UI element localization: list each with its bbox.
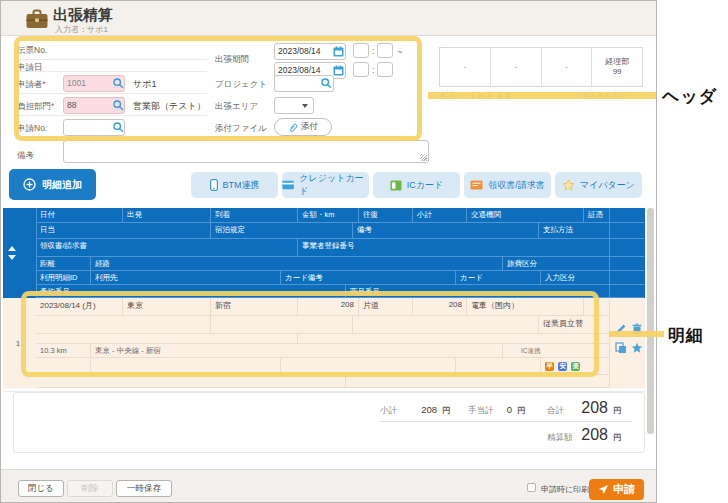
add-detail-button[interactable]: 明細追加 <box>9 169 96 200</box>
row-star-icon[interactable] <box>631 342 643 354</box>
department-name: 営業部（テスト） <box>133 100 206 113</box>
approval-route-link[interactable]: 承認ルート確認 <box>439 91 492 101</box>
calendar-icon[interactable] <box>333 46 344 57</box>
header-cell: 到着 <box>211 208 298 223</box>
search-icon[interactable] <box>113 122 124 133</box>
table-scrollbar[interactable] <box>647 208 654 434</box>
cell-amount: 208 <box>298 298 359 316</box>
header-cell: 距離 <box>36 257 91 271</box>
header-cell: 交通機関 <box>467 208 584 223</box>
header-cell: 予約番号 <box>36 285 346 298</box>
search-icon[interactable] <box>321 78 332 89</box>
my-pattern-button[interactable]: マイパターン <box>555 172 642 198</box>
header-cell: カード <box>456 271 541 285</box>
resize-handle[interactable] <box>420 154 427 161</box>
close-button[interactable]: 閉じる <box>18 480 64 497</box>
time-to-hour-input[interactable] <box>353 62 369 77</box>
credit-card-icon <box>282 180 294 190</box>
approval-step: - <box>542 48 593 86</box>
edit-pencil-icon[interactable] <box>615 323 627 335</box>
totals-divider <box>380 421 632 422</box>
cell-note <box>353 316 539 334</box>
approver-select-link[interactable]: 承認者を選択 <box>581 91 626 101</box>
ic-link-label: IC連携 <box>521 347 541 354</box>
approval-change-link[interactable]: 変更 <box>497 91 512 101</box>
credit-card-label: クレジットカード <box>299 172 369 198</box>
plus-circle-icon <box>23 178 36 191</box>
header-cell: 金額・km <box>298 208 359 223</box>
cell-from: 東京 <box>123 298 211 316</box>
print-on-submit-checkbox[interactable] <box>527 483 536 492</box>
briefcase-icon <box>25 8 49 30</box>
time-from-min-input[interactable] <box>377 43 393 58</box>
cell-receipt <box>36 334 298 344</box>
delete-button[interactable]: 削除 <box>67 480 113 497</box>
ic-card-button[interactable]: ICカード <box>373 172 460 198</box>
header-filler <box>610 223 644 239</box>
allowance-total-label: 手当計 <box>468 405 494 417</box>
cell-evidence <box>584 298 610 316</box>
header-filler <box>610 271 644 285</box>
applicant-name: サポ1 <box>133 78 156 91</box>
header-cell: 経路 <box>91 257 503 271</box>
sort-down-icon[interactable] <box>8 255 16 260</box>
divider <box>15 93 207 94</box>
attach-button[interactable]: 添付 <box>274 118 332 136</box>
slip-no-label: 伝票No. <box>17 45 47 57</box>
header-cell: 利用先 <box>91 271 281 285</box>
settlement-label: 精算額 <box>547 432 573 444</box>
header-filler <box>610 285 644 298</box>
chevron-down-icon <box>302 104 308 108</box>
header-cell: カード備考 <box>281 271 456 285</box>
header-cell: 日当 <box>36 223 211 239</box>
send-icon <box>598 484 609 495</box>
sort-up-icon[interactable] <box>8 246 16 251</box>
divider <box>15 115 207 116</box>
calendar-icon[interactable] <box>333 65 344 76</box>
yen-label: 円 <box>613 432 621 443</box>
subtotal-label: 小計 <box>380 405 397 417</box>
header-filler <box>610 239 644 257</box>
allowance-total-value: 0 <box>494 404 512 415</box>
receipt-button[interactable]: 領収書/請求書 <box>464 172 551 198</box>
time-to-min-input[interactable] <box>377 62 393 77</box>
trash-icon[interactable] <box>631 323 643 335</box>
cell-card <box>456 358 541 375</box>
attach-file-label: 添付ファイル <box>215 123 267 135</box>
approval-step: - <box>491 48 542 86</box>
time-from-hour-input[interactable] <box>353 43 369 58</box>
approval-step: - <box>440 48 491 86</box>
search-icon[interactable] <box>113 78 124 89</box>
app-window: 出張精算 入力者：サポ1 伝票No. 申請日 申請者* 1001 サポ1 負担部… <box>0 0 657 503</box>
header-cell: 証憑 <box>584 208 610 223</box>
cell-travel-category: IC連携 <box>503 344 610 358</box>
submit-label: 申請 <box>613 482 635 497</box>
remarks-textarea[interactable] <box>63 140 429 163</box>
yen-label: 円 <box>517 405 525 416</box>
header-cell: 事業者登録番号 <box>298 239 610 257</box>
divider <box>15 71 207 72</box>
search-icon[interactable] <box>113 100 124 111</box>
submit-button[interactable]: 申請 <box>589 479 644 500</box>
page-title: 出張精算 <box>53 6 113 25</box>
detail-annotation-label: 明細 <box>668 324 704 347</box>
copy-icon[interactable] <box>615 342 627 354</box>
ic-card-label: ICカード <box>407 179 443 192</box>
approval-flow-box: - - - 経理部99 <box>439 47 643 87</box>
receipt-icon <box>470 180 483 190</box>
add-detail-label: 明細追加 <box>42 178 82 192</box>
attach-button-label: 添付 <box>301 121 318 133</box>
credit-card-button[interactable]: クレジットカード <box>282 172 369 198</box>
cell-lodging <box>211 316 353 334</box>
grand-total-label: 合計 <box>547 405 564 417</box>
remarks-label: 備考 <box>17 150 34 162</box>
row-number: 1 <box>3 298 33 388</box>
cell-reservation-no <box>36 375 346 388</box>
btm-link-button[interactable]: BTM連携 <box>191 172 278 198</box>
trip-area-select[interactable] <box>274 97 314 114</box>
temp-save-button[interactable]: 一時保存 <box>116 480 172 497</box>
cell-date: 2023/08/14 (月) <box>36 298 123 316</box>
trip-period-label: 出張期間 <box>215 54 249 66</box>
yen-label: 円 <box>442 405 450 416</box>
cell-daily-allowance <box>36 316 211 334</box>
